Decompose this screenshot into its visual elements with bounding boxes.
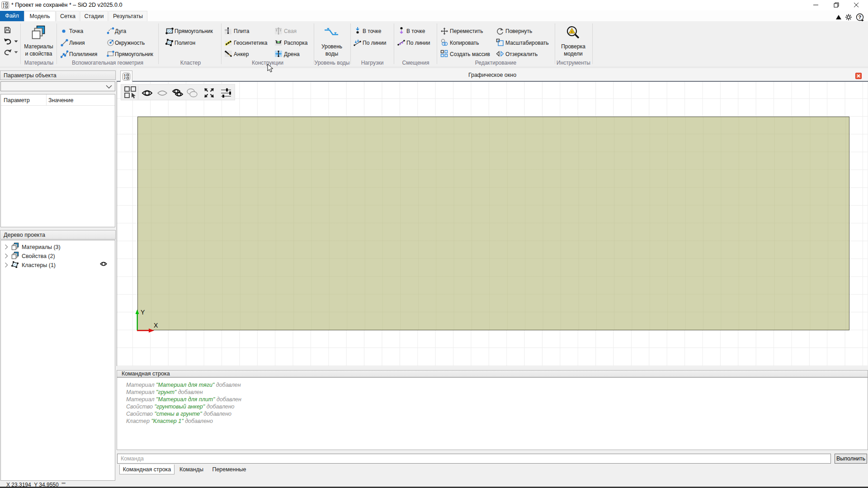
svg-text:X: X: [154, 322, 158, 329]
svg-text:!: !: [571, 30, 572, 34]
svg-text:?: ?: [859, 14, 862, 20]
svg-text:2: 2: [3, 5, 5, 9]
svg-text:Y: Y: [141, 309, 145, 316]
